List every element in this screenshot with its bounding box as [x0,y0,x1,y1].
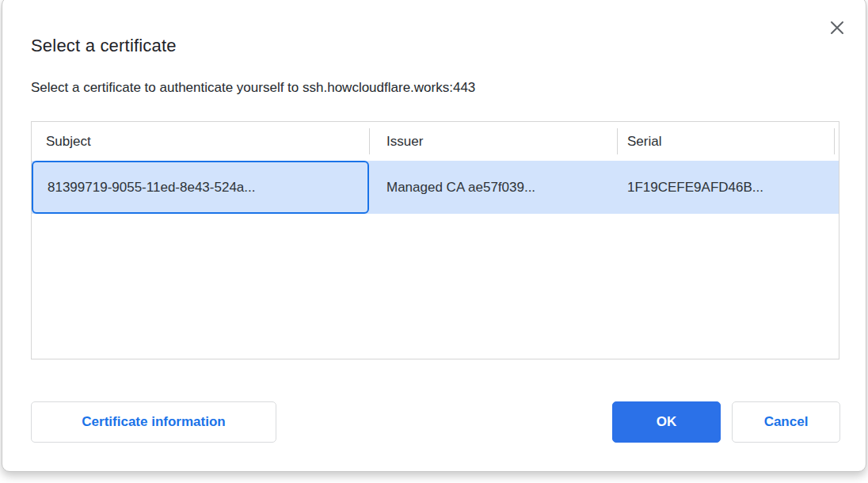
table-header-row: Subject Issuer Serial [32,122,839,161]
certificate-row-selected[interactable]: 81399719-9055-11ed-8e43-524a... Managed … [32,161,839,214]
cell-issuer: Managed CA ae57f039... [369,161,617,214]
cancel-button[interactable]: Cancel [732,401,840,443]
column-header-subject[interactable]: Subject [32,122,369,161]
column-header-serial[interactable]: Serial [617,122,834,161]
dialog-subtitle: Select a certificate to authenticate you… [31,80,475,96]
close-icon [829,20,845,36]
close-button[interactable] [826,17,848,39]
cell-serial: 1F19CEFE9AFD46B... [617,161,834,214]
certificate-select-dialog: Select a certificate Select a certificat… [2,0,866,472]
certificate-information-button[interactable]: Certificate information [31,401,276,443]
dialog-title: Select a certificate [31,36,177,56]
scrollbar-gutter [834,122,839,161]
cell-gutter [834,161,839,214]
cell-subject: 81399719-9055-11ed-8e43-524a... [32,161,369,214]
certificate-table: Subject Issuer Serial 81399719-9055-11ed… [31,121,839,359]
ok-button[interactable]: OK [612,401,721,443]
column-header-issuer[interactable]: Issuer [369,122,617,161]
